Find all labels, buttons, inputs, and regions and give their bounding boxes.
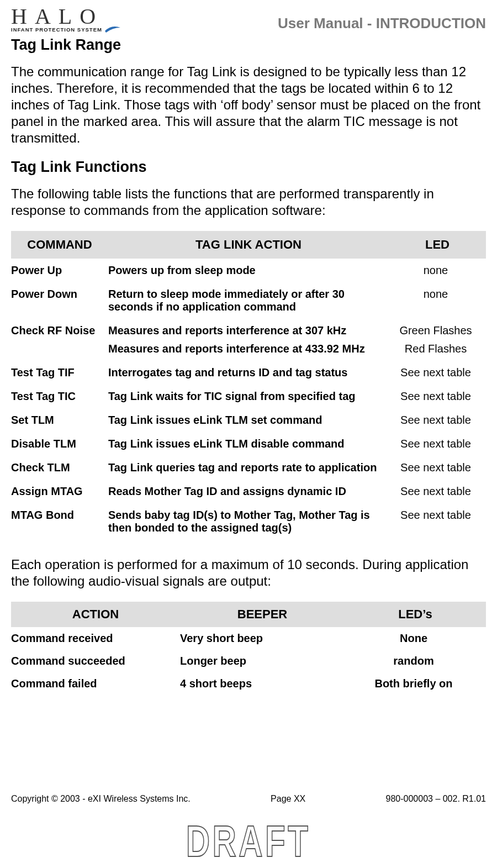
table-row: Check TLM Tag Link queries tag and repor…	[11, 456, 486, 480]
cell-led: See next table	[389, 480, 486, 503]
functions-table: COMMAND TAG LINK ACTION LED Power Up Pow…	[11, 231, 486, 540]
header-breadcrumb: User Manual - INTRODUCTION	[278, 15, 486, 33]
cell-command: MTAG Bond	[11, 503, 108, 540]
table-header-row: ACTION BEEPER LED’s	[11, 602, 486, 627]
col-command: COMMAND	[11, 231, 108, 259]
cell-led: Red Flashes	[389, 343, 486, 361]
cell-beeper: 4 short beeps	[180, 672, 345, 695]
cell-action: Command succeeded	[11, 650, 180, 672]
col-leds: LED’s	[345, 602, 486, 627]
cell-led: See next table	[389, 408, 486, 432]
cell-action: Reads Mother Tag ID and assigns dynamic …	[108, 480, 389, 503]
paragraph-after-table: Each operation is performed for a maximu…	[11, 556, 486, 590]
cell-led: See next table	[389, 456, 486, 480]
cell-beeper: Very short beep	[180, 627, 345, 650]
footer-copyright: Copyright © 2003 - eXI Wireless Systems …	[11, 794, 191, 804]
cell-leds: None	[345, 627, 486, 650]
cell-command: Power Up	[11, 259, 108, 282]
logo-text: HALO	[11, 6, 121, 28]
cell-command: Assign MTAG	[11, 480, 108, 503]
table-row: Test Tag TIC Tag Link waits for TIC sign…	[11, 385, 486, 408]
cell-command	[11, 343, 108, 361]
cell-led: none	[389, 259, 486, 282]
footer-page: Page XX	[271, 794, 305, 804]
cell-command: Test Tag TIF	[11, 361, 108, 385]
heading-tag-link-range: Tag Link Range	[11, 36, 486, 54]
table-row: Power Down Return to sleep mode immediat…	[11, 282, 486, 319]
draft-text: DRAFT	[186, 819, 311, 864]
cell-leds: random	[345, 650, 486, 672]
table-row: Command received Very short beep None	[11, 627, 486, 650]
heading-tag-link-functions: Tag Link Functions	[11, 159, 486, 176]
logo-subtitle: INFANT PROTECTION SYSTEM	[11, 27, 102, 33]
table-row: Command succeeded Longer beep random	[11, 650, 486, 672]
cell-command: Test Tag TIC	[11, 385, 108, 408]
cell-action: Interrogates tag and returns ID and tag …	[108, 361, 389, 385]
cell-led: none	[389, 282, 486, 319]
table-header-row: COMMAND TAG LINK ACTION LED	[11, 231, 486, 259]
cell-action: Command received	[11, 627, 180, 650]
cell-action: Measures and reports interference at 307…	[108, 319, 389, 343]
cell-action: Measures and reports interference at 433…	[108, 343, 389, 361]
table-row: Power Up Powers up from sleep mode none	[11, 259, 486, 282]
cell-beeper: Longer beep	[180, 650, 345, 672]
page: HALO INFANT PROTECTION SYSTEM User Manua…	[0, 0, 497, 868]
draft-watermark: DRAFT	[0, 819, 497, 868]
logo-subtitle-wrap: INFANT PROTECTION SYSTEM	[11, 25, 121, 33]
table-row: Command failed 4 short beeps Both briefl…	[11, 672, 486, 695]
table-row: Set TLM Tag Link issues eLink TLM set co…	[11, 408, 486, 432]
signals-table: ACTION BEEPER LED’s Command received Ver…	[11, 602, 486, 695]
paragraph-range: The communication range for Tag Link is …	[11, 64, 486, 146]
table-row: Measures and reports interference at 433…	[11, 343, 486, 361]
cell-action: Tag Link waits for TIC signal from speci…	[108, 385, 389, 408]
header-row: HALO INFANT PROTECTION SYSTEM User Manua…	[11, 6, 486, 33]
cell-command: Disable TLM	[11, 432, 108, 456]
cell-action: Tag Link queries tag and reports rate to…	[108, 456, 389, 480]
cell-command: Set TLM	[11, 408, 108, 432]
table-row: Test Tag TIF Interrogates tag and return…	[11, 361, 486, 385]
cell-command: Check TLM	[11, 456, 108, 480]
cell-led: See next table	[389, 432, 486, 456]
logo: HALO INFANT PROTECTION SYSTEM	[11, 6, 121, 33]
cell-command: Check RF Noise	[11, 319, 108, 343]
footer: Copyright © 2003 - eXI Wireless Systems …	[11, 794, 486, 804]
cell-action: Tag Link issues eLink TLM disable comman…	[108, 432, 389, 456]
table-row: Disable TLM Tag Link issues eLink TLM di…	[11, 432, 486, 456]
col-action: ACTION	[11, 602, 180, 627]
cell-led: Green Flashes	[389, 319, 486, 343]
cell-leds: Both briefly on	[345, 672, 486, 695]
paragraph-functions-intro: The following table lists the functions …	[11, 186, 486, 219]
cell-led: See next table	[389, 503, 486, 540]
cell-led: See next table	[389, 361, 486, 385]
table-row: Assign MTAG Reads Mother Tag ID and assi…	[11, 480, 486, 503]
cell-action: Tag Link issues eLink TLM set command	[108, 408, 389, 432]
table-row: MTAG Bond Sends baby tag ID(s) to Mother…	[11, 503, 486, 540]
cell-action: Return to sleep mode immediately or afte…	[108, 282, 389, 319]
cell-action: Powers up from sleep mode	[108, 259, 389, 282]
cell-led: See next table	[389, 385, 486, 408]
col-led: LED	[389, 231, 486, 259]
footer-docnum: 980-000003 – 002. R1.01	[386, 794, 486, 804]
swoosh-icon	[105, 25, 121, 33]
cell-command: Power Down	[11, 282, 108, 319]
cell-action: Command failed	[11, 672, 180, 695]
table-row: Check RF Noise Measures and reports inte…	[11, 319, 486, 343]
cell-action: Sends baby tag ID(s) to Mother Tag, Moth…	[108, 503, 389, 540]
col-action: TAG LINK ACTION	[108, 231, 389, 259]
col-beeper: BEEPER	[180, 602, 345, 627]
